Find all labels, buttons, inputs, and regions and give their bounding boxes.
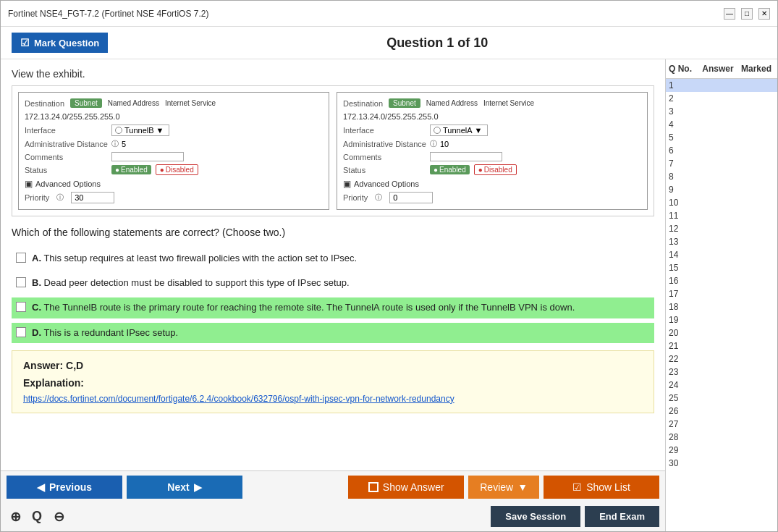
priority-input-2[interactable] <box>389 192 433 203</box>
sidebar-row[interactable]: 23 <box>666 366 777 379</box>
disabled-badge-1[interactable]: ● Disabled <box>156 164 198 175</box>
sidebar-row[interactable]: 28 <box>666 431 777 444</box>
interface-row-2: Interface TunnelA ▼ <box>343 124 641 136</box>
sidebar-row[interactable]: 16 <box>666 274 777 287</box>
mark-question-button[interactable]: ☑ Mark Question <box>12 33 108 53</box>
sidebar-row[interactable]: 6 <box>666 144 777 157</box>
sidebar-row[interactable]: 14 <box>666 248 777 261</box>
sidebar-row[interactable]: 27 <box>666 418 777 431</box>
sidebar-row[interactable]: 25 <box>666 392 777 405</box>
show-answer-icon <box>368 482 379 492</box>
ip-text-1: 172.13.24.0/255.255.255.0 <box>25 112 323 121</box>
sidebar-row-num: 16 <box>669 276 698 286</box>
answer-link[interactable]: https://docs.fortinet.com/document/forti… <box>23 394 454 404</box>
sidebar-row[interactable]: 30 <box>666 457 777 470</box>
advanced-opts-2[interactable]: ▣ Advanced Options <box>343 179 641 189</box>
sidebar-row-num: 11 <box>669 211 698 221</box>
status-label-1: Status <box>25 166 111 174</box>
sidebar-row-num: 8 <box>669 172 698 182</box>
sidebar-row[interactable]: 18 <box>666 300 777 313</box>
interface-select-2[interactable]: TunnelA ▼ <box>430 124 488 136</box>
enabled-badge-1[interactable]: ● Enabled <box>111 165 151 174</box>
comments-input-2[interactable] <box>430 152 502 161</box>
show-list-check-icon: ☑ <box>572 481 582 493</box>
review-button[interactable]: Review ▼ <box>468 476 539 499</box>
review-dropdown-icon: ▼ <box>517 481 528 493</box>
sidebar-row[interactable]: 1 <box>666 79 777 92</box>
admin-dist-icon-2: ⓘ <box>430 139 437 149</box>
sidebar-row[interactable]: 20 <box>666 326 777 339</box>
sidebar-row[interactable]: 22 <box>666 352 777 366</box>
globe-icon-1 <box>115 127 122 134</box>
question-title: Question 1 of 10 <box>108 35 766 51</box>
advanced-toggle-icon-2: ▣ <box>343 179 351 189</box>
sidebar-row[interactable]: 11 <box>666 209 777 222</box>
sidebar-row[interactable]: 5 <box>666 131 777 144</box>
question-sidebar: Q No. Answer Marked 1 2 3 4 5 6 <box>665 59 777 531</box>
sidebar-row-num: 26 <box>669 406 698 416</box>
sidebar-row-num: 28 <box>669 432 698 442</box>
route-box-2: Destination Subnet Named Address Interne… <box>337 92 648 210</box>
sidebar-row[interactable]: 29 <box>666 444 777 457</box>
answer-text: Answer: C,D <box>23 360 643 371</box>
sidebar-row[interactable]: 7 <box>666 157 777 170</box>
sidebar-row[interactable]: 3 <box>666 105 777 118</box>
comments-input-1[interactable] <box>111 152 184 161</box>
internet-svc-1: Internet Service <box>165 99 216 107</box>
save-session-button[interactable]: Save Session <box>491 506 580 527</box>
option-b-checkbox[interactable] <box>16 277 26 287</box>
zoom-in-button[interactable]: ⊕ <box>7 508 24 525</box>
sidebar-row-num: 29 <box>669 445 698 455</box>
next-arrow-icon: ▶ <box>194 481 202 493</box>
advanced-opts-1[interactable]: ▣ Advanced Options <box>25 179 323 189</box>
status-row-1: Status ● Enabled ● Disabled <box>25 164 323 175</box>
content-panel: View the exhibit. Destination Subnet Nam… <box>1 59 665 531</box>
interface-select-1[interactable]: TunnelB ▼ <box>111 124 169 136</box>
dropdown-arrow-2: ▼ <box>475 126 483 135</box>
show-list-button[interactable]: ☑ Show List <box>544 476 659 499</box>
sidebar-row-num: 13 <box>669 237 698 247</box>
sidebar-row[interactable]: 15 <box>666 261 777 274</box>
priority-input-1[interactable] <box>71 192 114 203</box>
option-a: A. This setup requires at least two fire… <box>12 248 654 269</box>
sidebar-row[interactable]: 26 <box>666 405 777 418</box>
sidebar-row-num: 7 <box>669 159 698 169</box>
sidebar-row[interactable]: 24 <box>666 379 777 392</box>
globe-icon-2 <box>434 127 441 134</box>
maximize-button[interactable]: □ <box>741 8 753 20</box>
sidebar-row[interactable]: 10 <box>666 196 777 209</box>
ip-text-2: 172.13.24.0/255.255.255.0 <box>343 112 641 121</box>
zoom-out-button[interactable]: ⊖ <box>50 508 67 525</box>
show-answer-button[interactable]: Show Answer <box>348 476 464 499</box>
option-a-checkbox[interactable] <box>16 253 26 263</box>
previous-button[interactable]: ◀ Previous <box>7 476 122 499</box>
zoom-reset-button[interactable]: Q <box>28 508 46 525</box>
minimize-button[interactable]: — <box>724 8 735 20</box>
sidebar-row[interactable]: 4 <box>666 118 777 131</box>
sidebar-row[interactable]: 13 <box>666 235 777 248</box>
option-d-checkbox[interactable] <box>16 327 26 337</box>
main-area: View the exhibit. Destination Subnet Nam… <box>1 59 777 531</box>
sidebar-row[interactable]: 9 <box>666 183 777 196</box>
interface-label-1: Interface <box>25 126 111 135</box>
sidebar-row[interactable]: 12 <box>666 222 777 235</box>
option-c-checkbox[interactable] <box>16 302 26 312</box>
next-button[interactable]: Next ▶ <box>127 476 242 499</box>
sidebar-row[interactable]: 19 <box>666 313 777 326</box>
subnet-badge-1: Subnet <box>70 98 102 108</box>
close-button[interactable]: ✕ <box>758 8 770 20</box>
enabled-badge-2[interactable]: ● Enabled <box>430 165 470 174</box>
disabled-badge-2[interactable]: ● Disabled <box>474 164 517 175</box>
sidebar-header-qno: Q No. <box>669 64 698 74</box>
question-text: Which of the following statements are co… <box>12 227 654 238</box>
sidebar-row-num: 20 <box>669 328 698 338</box>
priority-label-1: Priority <box>25 193 49 202</box>
admin-dist-value-1: 5 <box>122 140 126 148</box>
sidebar-row[interactable]: 2 <box>666 92 777 105</box>
sidebar-row[interactable]: 17 <box>666 287 777 300</box>
end-exam-button[interactable]: End Exam <box>585 506 659 527</box>
sidebar-row[interactable]: 8 <box>666 170 777 183</box>
route-header-2: Destination Subnet Named Address Interne… <box>343 98 641 108</box>
admin-dist-label-1: Administrative Distance <box>25 140 111 148</box>
sidebar-row[interactable]: 21 <box>666 339 777 352</box>
